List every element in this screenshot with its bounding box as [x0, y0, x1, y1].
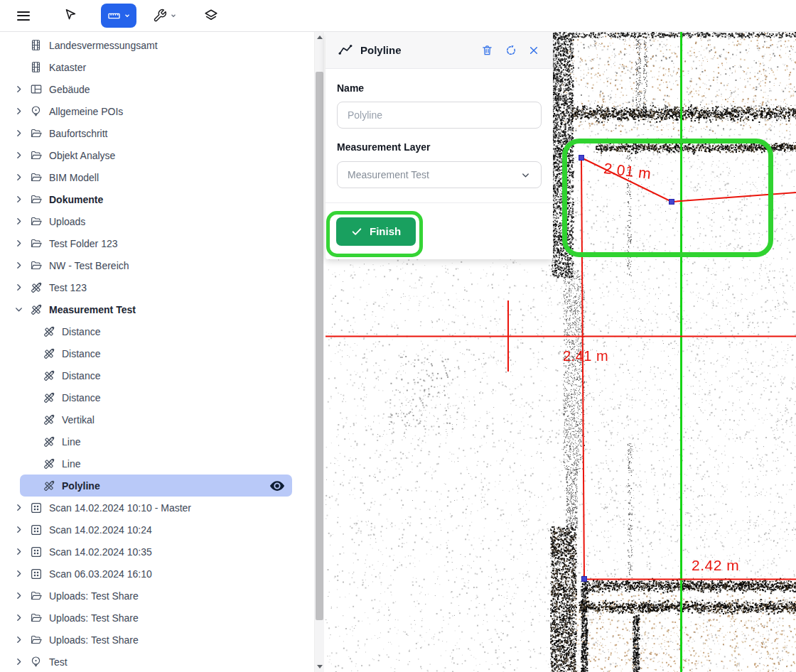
scrollbar-up-arrow[interactable] — [315, 33, 324, 42]
measure-icon — [43, 347, 55, 360]
menu-button[interactable] — [10, 4, 37, 28]
measure-icon — [43, 369, 55, 382]
chevron-right-icon[interactable] — [14, 83, 30, 95]
pin-icon — [30, 656, 43, 668]
chevron-right-icon[interactable] — [14, 215, 30, 227]
sidebar-scrollbar[interactable] — [314, 32, 324, 672]
tree-item-landesvermessungsamt[interactable]: Landesvermessungsamt — [0, 34, 313, 56]
chevron-right-icon[interactable] — [14, 193, 30, 205]
tree-item-label: Vertikal — [62, 414, 95, 426]
select-cursor-button[interactable] — [57, 4, 84, 28]
tree-item-label: Distance — [62, 326, 100, 337]
measure-tool-button[interactable] — [101, 4, 136, 28]
name-input[interactable] — [337, 102, 542, 129]
chevron-right-icon[interactable] — [14, 259, 30, 271]
polyline-icon — [338, 43, 353, 58]
tree-item-label: Test Folder 123 — [49, 238, 118, 249]
tree-item-uploads-test-share[interactable]: Uploads: Test Share — [0, 629, 313, 651]
tree-item-allgemeine-pois[interactable]: Allgemeine POIs — [0, 100, 313, 122]
building-icon — [30, 83, 43, 96]
ruler-icon — [107, 9, 121, 23]
tree-item-kataster[interactable]: Kataster — [0, 56, 313, 78]
tree-item-distance[interactable]: Distance — [0, 320, 313, 342]
tree-item-scan-14-02-2024-10-24[interactable]: Scan 14.02.2024 10:24 — [0, 519, 313, 541]
chevron-spacer — [14, 61, 30, 73]
tree-item-nw-test-bereich[interactable]: NW - Test Bereich — [0, 254, 313, 276]
tree-item-scan-14-02-2024-10-10-master[interactable]: Scan 14.02.2024 10:10 - Master — [0, 497, 313, 519]
chevron-right-icon[interactable] — [14, 171, 30, 183]
tree-item-gebäude[interactable]: Gebäude — [0, 78, 313, 100]
chevron-down-icon — [170, 12, 177, 19]
tree-item-label: Scan 14.02.2024 10:10 - Master — [49, 502, 191, 514]
tree-item-label: Allgemeine POIs — [49, 106, 123, 117]
tree-item-dokumente[interactable]: Dokumente — [0, 188, 313, 210]
chevron-right-icon[interactable] — [14, 237, 30, 249]
check-icon — [351, 226, 362, 237]
folder-icon — [30, 612, 43, 624]
chevron-right-icon[interactable] — [14, 656, 30, 668]
chevron-right-icon[interactable] — [14, 524, 30, 536]
sidebar-tree: LandesvermessungsamtKatasterGebäudeAllge… — [0, 34, 313, 672]
tree-item-distance[interactable]: Distance — [0, 386, 313, 408]
tree-item-baufortschritt[interactable]: Baufortschritt — [0, 122, 313, 144]
chevron-right-icon[interactable] — [14, 590, 30, 602]
tree-item-uploads-test-share[interactable]: Uploads: Test Share — [0, 607, 313, 629]
tree-item-label: Distance — [62, 392, 100, 403]
chevron-right-icon[interactable] — [14, 546, 30, 558]
measure-icon — [43, 479, 55, 492]
tree-item-label: Measurement Test — [49, 304, 136, 315]
tree-item-uploads[interactable]: Uploads — [0, 210, 313, 232]
tree-item-test[interactable]: Test — [0, 651, 313, 672]
layers-button[interactable] — [198, 4, 225, 28]
tree-item-line[interactable]: Line — [0, 452, 313, 475]
panel-footer: Finish — [326, 202, 553, 259]
tree-item-vertikal[interactable]: Vertikal — [0, 408, 313, 430]
trash-icon — [481, 43, 493, 57]
panel-actions — [481, 43, 541, 58]
tree-item-label: Uploads: Test Share — [49, 590, 139, 602]
visibility-eye-icon[interactable] — [269, 480, 285, 492]
tree-item-distance[interactable]: Distance — [0, 342, 313, 364]
tools-button[interactable] — [148, 4, 182, 28]
tree-item-label: Uploads: Test Share — [49, 634, 139, 646]
tree-item-label: NW - Test Bereich — [49, 260, 129, 271]
chevron-right-icon[interactable] — [14, 634, 30, 646]
tree-item-label: Polyline — [62, 480, 100, 492]
tree-item-label: Kataster — [49, 62, 86, 73]
tree-item-test-folder-123[interactable]: Test Folder 123 — [0, 232, 313, 254]
tree-item-label: Uploads — [49, 216, 85, 227]
finish-button[interactable]: Finish — [336, 217, 416, 246]
tree-item-line[interactable]: Line — [0, 430, 313, 452]
chevron-right-icon[interactable] — [14, 281, 30, 293]
tree-item-polyline[interactable]: Polyline — [20, 475, 292, 497]
chevron-right-icon[interactable] — [14, 502, 30, 514]
scrollbar-thumb[interactable] — [316, 72, 323, 620]
tree-item-bim-modell[interactable]: BIM Modell — [0, 166, 313, 188]
tree-item-objekt-analyse[interactable]: Objekt Analyse — [0, 144, 313, 166]
chevron-right-icon[interactable] — [14, 105, 30, 117]
tree-item-test-123[interactable]: Test 123 — [0, 276, 313, 298]
tree-item-distance[interactable]: Distance — [0, 364, 313, 386]
measure-icon — [43, 391, 55, 404]
close-button[interactable] — [528, 43, 541, 58]
chevron-right-icon[interactable] — [14, 612, 30, 624]
hamburger-icon — [17, 11, 30, 21]
tree-item-label: Distance — [62, 348, 100, 359]
chevron-down-icon[interactable] — [14, 303, 30, 315]
reset-button[interactable] — [505, 43, 517, 58]
tree-item-measurement-test[interactable]: Measurement Test — [0, 298, 313, 320]
delete-button[interactable] — [481, 43, 494, 58]
panel-header: Polyline — [326, 32, 553, 69]
tree-item-scan-14-02-2024-10-35[interactable]: Scan 14.02.2024 10:35 — [0, 541, 313, 563]
scrollbar-down-arrow[interactable] — [315, 662, 324, 671]
chevron-right-icon[interactable] — [14, 568, 30, 580]
tree-item-uploads-test-share[interactable]: Uploads: Test Share — [0, 585, 313, 607]
chevron-right-icon[interactable] — [14, 149, 30, 161]
tree-item-label: Scan 06.03.2024 16:10 — [49, 568, 152, 580]
toolbar — [0, 0, 796, 32]
folder-icon — [30, 215, 43, 228]
wms-icon — [30, 39, 43, 52]
tree-item-scan-06-03-2024-16-10[interactable]: Scan 06.03.2024 16:10 — [0, 563, 313, 585]
chevron-right-icon[interactable] — [14, 127, 30, 139]
layer-select[interactable]: Measurement Test — [337, 161, 542, 188]
